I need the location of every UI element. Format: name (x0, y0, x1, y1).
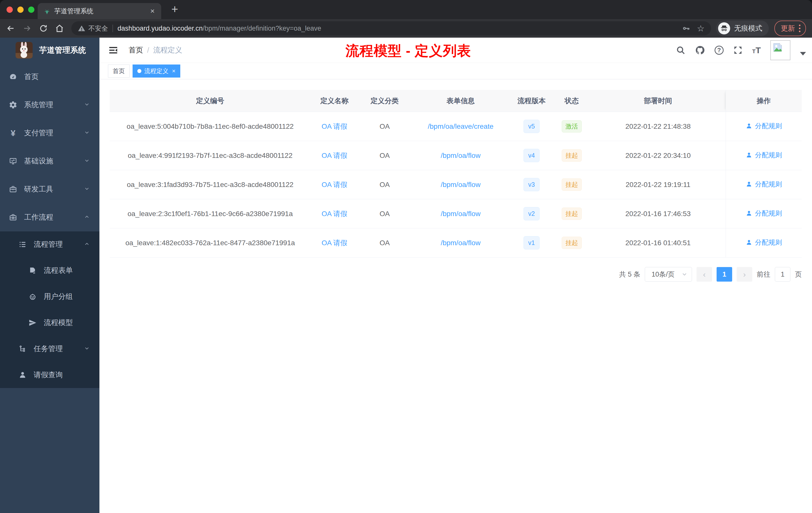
definition-id: oa_leave:3:1fad3d93-7b75-11ec-a3c8-acde4… (127, 181, 293, 188)
sidebar-item-3[interactable]: 基础设施 (0, 147, 99, 175)
form-link[interactable]: /bpm/oa/flow (441, 239, 481, 247)
table-cell: 挂起 (553, 170, 590, 199)
forward-icon[interactable] (23, 24, 32, 33)
tag-1[interactable]: 流程定义× (133, 64, 180, 78)
table-cell: 分配规则 (726, 112, 802, 141)
assign-rule-link[interactable]: 分配规则 (746, 151, 782, 160)
definition-name-link[interactable]: OA 请假 (322, 210, 348, 218)
table-cell: OA 请假 (311, 229, 358, 258)
assign-rule-label: 分配规则 (755, 180, 782, 189)
prev-page-button[interactable]: ‹ (696, 267, 712, 281)
yen-icon: ¥ (8, 129, 18, 137)
form-link[interactable]: /bpm/oa/flow (441, 181, 481, 188)
browser-tab[interactable]: 芋道管理系统 × (38, 3, 161, 19)
version-badge: v4 (523, 149, 540, 162)
assign-user-icon (746, 122, 753, 129)
sidebar-logo-row[interactable]: 芋道管理系统 (0, 38, 99, 63)
github-icon[interactable] (695, 45, 705, 55)
page-size-select[interactable]: 10条/页 (645, 267, 692, 281)
version-badge: v3 (523, 178, 540, 191)
sidebar-item-4[interactable]: 研发工具 (0, 175, 99, 203)
assign-rule-label: 分配规则 (755, 151, 782, 160)
new-tab-button[interactable]: + (168, 2, 182, 16)
search-icon[interactable] (676, 46, 686, 55)
sidebar-item-8[interactable]: 用户分组 (0, 283, 99, 310)
security-label[interactable]: 不安全 (88, 24, 108, 33)
assign-rule-link[interactable]: 分配规则 (746, 209, 782, 218)
pagination-total: 共 5 条 (619, 270, 640, 279)
not-secure-warning-icon[interactable] (78, 25, 85, 32)
sidebar-item-10[interactable]: 任务管理 (0, 336, 99, 362)
font-size-icon[interactable]: TT (752, 46, 761, 55)
chevron-down-icon (84, 185, 90, 193)
form-link[interactable]: /bpm/oa/leave/create (428, 122, 494, 130)
chevron-up-icon (84, 240, 90, 249)
assign-rule-link[interactable]: 分配规则 (746, 180, 782, 189)
sidebar-item-1[interactable]: 系统管理 (0, 91, 99, 119)
browser-tab-strip: 芋道管理系统 × + (0, 0, 812, 19)
table-cell: OA 请假 (311, 199, 358, 229)
url-bar[interactable]: 不安全 dashboard.yudao.iocoder.cn/bpm/manag… (71, 21, 711, 35)
table-cell: /bpm/oa/flow (411, 199, 510, 229)
top-navbar: 首页 / 流程定义 流程模型 - 定义列表 ? TT (99, 38, 812, 63)
back-icon[interactable] (6, 24, 15, 33)
user-avatar[interactable] (770, 40, 790, 60)
definition-name-link[interactable]: OA 请假 (322, 122, 348, 130)
window-minimize-button[interactable] (17, 6, 24, 13)
chevron-down-icon (84, 101, 90, 109)
assign-rule-link[interactable]: 分配规则 (746, 238, 782, 247)
sidebar-item-6[interactable]: 流程管理 (0, 232, 99, 258)
current-page-button[interactable]: 1 (717, 267, 732, 281)
sidebar-fold-icon[interactable] (108, 45, 118, 56)
sidebar-item-2[interactable]: ¥支付管理 (0, 119, 99, 147)
breadcrumb-home[interactable]: 首页 (128, 45, 143, 55)
definition-name-link[interactable]: OA 请假 (322, 239, 348, 247)
sidebar-item-0[interactable]: 首页 (0, 63, 99, 91)
breadcrumb-current: 流程定义 (153, 45, 182, 55)
bookmark-star-icon[interactable]: ☆ (697, 24, 704, 33)
window-close-button[interactable] (6, 6, 13, 13)
sidebar-item-5[interactable]: 工作流程 (0, 203, 99, 232)
table-cell: /bpm/oa/flow (411, 229, 510, 258)
tag-close-icon[interactable]: × (172, 67, 175, 74)
definition-name-link[interactable]: OA 请假 (322, 152, 348, 159)
table-row: oa_leave:2:3c1f0ef1-76b1-11ec-9c66-a2380… (110, 199, 802, 229)
sidebar-item-9[interactable]: 流程模型 (0, 310, 99, 336)
next-page-button[interactable]: › (737, 267, 752, 281)
sidebar-item-11[interactable]: 请假查询 (0, 362, 99, 388)
table-cell: /bpm/oa/flow (411, 170, 510, 199)
tab-close-icon[interactable]: × (149, 7, 156, 15)
toolbox-icon (8, 185, 18, 193)
main-area: 首页 / 流程定义 流程模型 - 定义列表 ? TT (99, 38, 812, 513)
chevron-up-icon (84, 213, 90, 221)
definition-category: OA (380, 122, 390, 130)
column-header: 表单信息 (411, 90, 510, 112)
sidebar-item-7[interactable]: 流程表单 (0, 258, 99, 283)
goto-page-input[interactable] (775, 267, 790, 281)
table-cell: OA 请假 (311, 170, 358, 199)
tag-0[interactable]: 首页 (108, 64, 129, 78)
definition-name-link[interactable]: OA 请假 (322, 181, 348, 188)
table-cell: 2022-01-22 20:34:10 (590, 141, 726, 170)
avatar-caret-down-icon[interactable] (800, 52, 806, 56)
home-icon[interactable] (55, 24, 64, 33)
reload-icon[interactable] (39, 24, 48, 33)
table-cell: OA (358, 170, 411, 199)
form-link[interactable]: /bpm/oa/flow (441, 152, 481, 159)
column-header: 定义名称 (311, 90, 358, 112)
browser-update-menu-button[interactable]: 更新 (774, 21, 806, 36)
column-header: 定义编号 (110, 90, 311, 112)
fullscreen-icon[interactable] (733, 46, 743, 55)
form-link[interactable]: /bpm/oa/flow (441, 210, 481, 218)
tag-label: 流程定义 (144, 67, 169, 75)
table-cell: oa_leave:1:482ec033-762a-11ec-8477-a2380… (110, 229, 311, 258)
definition-category: OA (380, 181, 390, 188)
update-label: 更新 (781, 24, 795, 33)
assign-rule-link[interactable]: 分配规则 (746, 121, 782, 130)
window-zoom-button[interactable] (28, 6, 34, 13)
help-icon[interactable]: ? (715, 46, 724, 55)
url-path: /bpm/manager/definition?key=oa_leave (203, 25, 321, 32)
status-badge: 挂起 (562, 208, 582, 220)
table-cell: 挂起 (553, 141, 590, 170)
password-key-icon[interactable] (682, 24, 690, 32)
